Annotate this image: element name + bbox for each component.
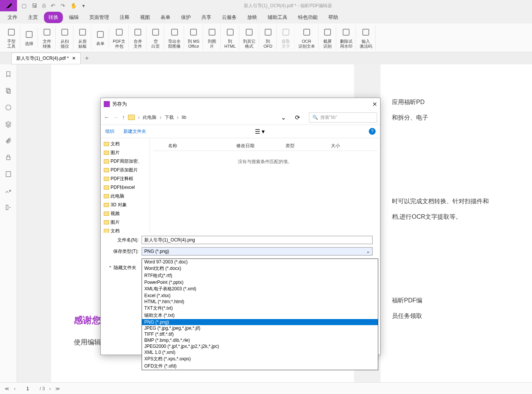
tree-item[interactable]: 此电脑 bbox=[102, 192, 148, 201]
undo-icon[interactable]: ↶ bbox=[51, 3, 55, 9]
ribbon-rmwatermark[interactable]: 删除试 用水印 bbox=[337, 25, 356, 50]
tree-item[interactable]: PDF局部加密、 bbox=[102, 157, 148, 166]
filetype-option[interactable]: 辅助文本 (*.txt) bbox=[142, 312, 378, 319]
ribbon-ocr[interactable]: OCR 识别文本 bbox=[295, 25, 318, 50]
tree-item[interactable]: PDF添加图片 bbox=[102, 166, 148, 174]
filetype-option[interactable]: TXT文件(*.txt) bbox=[142, 305, 378, 312]
more-icon[interactable]: ▾ bbox=[82, 3, 85, 9]
ribbon-select[interactable]: 选择 bbox=[21, 28, 38, 47]
page-number-input[interactable] bbox=[20, 386, 35, 391]
print-icon[interactable]: ⎙ bbox=[42, 3, 45, 9]
col-type[interactable]: 类型 bbox=[286, 143, 331, 149]
pages-icon[interactable] bbox=[5, 87, 12, 95]
view-mode-icon[interactable]: ☰ ▾ bbox=[255, 128, 265, 135]
hand-icon[interactable]: ✋ bbox=[70, 3, 77, 9]
ribbon-activate[interactable]: 输入 激活码 bbox=[357, 25, 376, 50]
menu-放映[interactable]: 放映 bbox=[243, 12, 262, 23]
filename-input[interactable] bbox=[142, 236, 373, 244]
ribbon-pdfpkg[interactable]: PDF文 件包 bbox=[110, 25, 129, 50]
refresh-icon[interactable]: ⟳ bbox=[295, 114, 300, 121]
security-icon[interactable] bbox=[5, 154, 12, 161]
menu-转换[interactable]: 转换 bbox=[44, 12, 63, 23]
tree-item[interactable]: 图片 bbox=[102, 218, 148, 227]
tree-item[interactable]: 文档 bbox=[102, 227, 148, 233]
file-list[interactable]: 名称 修改日期 类型 大小 没有与搜索条件匹配的项。 bbox=[150, 138, 380, 233]
menu-编辑[interactable]: 编辑 bbox=[64, 12, 83, 23]
ribbon-blank[interactable]: 空 白页 bbox=[147, 25, 164, 50]
last-page-button[interactable]: ≫ bbox=[55, 386, 60, 391]
filetype-option[interactable]: XPS文档 (*.xps,*.oxps) bbox=[142, 355, 378, 363]
next-page-button[interactable]: › bbox=[49, 386, 51, 391]
tree-item[interactable]: 文档 bbox=[102, 140, 148, 148]
ribbon-merge[interactable]: 合并 文件 bbox=[129, 25, 147, 50]
menu-辅助工具[interactable]: 辅助工具 bbox=[263, 12, 292, 23]
col-size[interactable]: 大小 bbox=[331, 143, 340, 149]
tree-item[interactable]: PDF注释框 bbox=[102, 174, 148, 183]
filetype-option[interactable]: XML 1.0 (*.xml) bbox=[142, 349, 378, 355]
signature-icon[interactable] bbox=[5, 187, 12, 195]
prev-page-button[interactable]: ‹ bbox=[14, 386, 16, 391]
filetype-option[interactable]: Excel (*.xlsx) bbox=[142, 293, 378, 299]
breadcrumb-item[interactable]: 下载 bbox=[165, 114, 174, 121]
filetype-option[interactable]: TIFF (*.tiff,*.tif) bbox=[142, 331, 378, 337]
first-page-button[interactable]: ≪ bbox=[5, 386, 9, 391]
tree-item[interactable]: 图片 bbox=[102, 148, 148, 157]
filetype-option[interactable]: JPEG (*.jpg,*.jpeg,*.jpe,*.jif) bbox=[142, 325, 378, 331]
menu-视图[interactable]: 视图 bbox=[136, 12, 154, 23]
col-date[interactable]: 修改日期 bbox=[236, 143, 286, 149]
document-tab[interactable]: 新人引导(1)_OCR(4).pdf * ✕ bbox=[11, 53, 81, 64]
filetype-option[interactable]: BMP (*.bmp,*.dib,*.rle) bbox=[142, 337, 378, 343]
menu-云服务[interactable]: 云服务 bbox=[217, 12, 241, 23]
bookmark-icon[interactable] bbox=[5, 70, 12, 78]
tree-item[interactable]: 3D 对象 bbox=[102, 201, 148, 209]
menu-保护[interactable]: 保护 bbox=[176, 12, 195, 23]
forward-icon[interactable]: → bbox=[113, 114, 119, 121]
filetype-option[interactable]: PNG (*.png) bbox=[142, 319, 378, 325]
chevron-down-icon[interactable]: ⌄ bbox=[281, 114, 286, 121]
ribbon-toimg[interactable]: 到图 片 bbox=[204, 25, 221, 50]
filetype-option[interactable]: RTF格式(*.rtf) bbox=[142, 272, 378, 279]
ribbon-form[interactable]: 表单 bbox=[92, 28, 109, 47]
close-icon[interactable]: ✕ bbox=[72, 56, 76, 61]
menu-特色功能[interactable]: 特色功能 bbox=[293, 12, 322, 23]
menu-页面管理[interactable]: 页面管理 bbox=[85, 12, 114, 23]
redo-icon[interactable]: ↷ bbox=[61, 3, 65, 9]
back-icon[interactable]: ← bbox=[104, 114, 110, 121]
ribbon-screenocr[interactable]: 截屏 识别 bbox=[319, 25, 336, 50]
ribbon-hand[interactable]: 手型 工具 bbox=[3, 25, 20, 50]
search-input[interactable]: 🔍 搜索"lib" bbox=[309, 112, 377, 123]
ribbon-toofd[interactable]: 到 OFD bbox=[260, 25, 277, 50]
filetype-option[interactable]: Word文档 (*.docx) bbox=[142, 265, 378, 272]
filetype-option[interactable]: OFD文件 (*.ofd) bbox=[142, 363, 378, 370]
filetype-option[interactable]: HTML (*.htm;*.html) bbox=[142, 299, 378, 305]
more-panel-icon[interactable] bbox=[5, 204, 12, 211]
comment-icon[interactable] bbox=[5, 104, 12, 111]
menu-帮助[interactable]: 帮助 bbox=[324, 12, 343, 23]
tree-item[interactable]: 视频 bbox=[102, 209, 148, 218]
col-checkbox[interactable] bbox=[153, 143, 168, 149]
help-icon[interactable]: ? bbox=[369, 128, 376, 135]
ribbon-msoffice[interactable]: 到 MS Office bbox=[185, 25, 203, 50]
close-icon[interactable]: ✕ bbox=[372, 101, 377, 108]
tree-item[interactable]: PDF转excel bbox=[102, 183, 148, 192]
menu-注释[interactable]: 注释 bbox=[115, 12, 134, 23]
folder-tree[interactable]: 文档图片PDF局部加密、PDF添加图片PDF注释框PDF转excel此电脑3D … bbox=[101, 138, 150, 233]
ribbon-exportimg[interactable]: 导出全 部图像 bbox=[165, 25, 184, 50]
new-folder-button[interactable]: 新建文件夹 bbox=[123, 128, 146, 135]
save-icon[interactable]: 🖫 bbox=[32, 3, 37, 9]
ribbon-scanner[interactable]: 从扫 描仪 bbox=[56, 25, 73, 50]
filetype-option[interactable]: Word 97-2003 (*.doc) bbox=[142, 259, 378, 265]
form-icon[interactable] bbox=[5, 170, 12, 178]
menu-共享[interactable]: 共享 bbox=[197, 12, 216, 23]
filetype-dropdown[interactable]: Word 97-2003 (*.doc)Word文档 (*.docx)RTF格式… bbox=[142, 259, 378, 370]
breadcrumb-item[interactable]: lib bbox=[182, 115, 186, 120]
new-tab-button[interactable]: + bbox=[85, 55, 89, 62]
col-name[interactable]: 名称 bbox=[168, 143, 236, 149]
ribbon-tohtml[interactable]: 到 HTML bbox=[222, 25, 239, 50]
filetype-option[interactable]: PowerPoint (*.pptx) bbox=[142, 279, 378, 285]
filetype-option[interactable]: XML电子表格2003 (*.xml) bbox=[142, 285, 378, 293]
organize-button[interactable]: 组织 bbox=[105, 128, 114, 135]
open-icon[interactable]: ▢ bbox=[22, 3, 27, 9]
menu-表单[interactable]: 表单 bbox=[156, 12, 175, 23]
filetype-option[interactable]: JPEG2000 (*.jpf,*.jpx,*.jp2,*.j2k,*.jpc) bbox=[142, 343, 378, 349]
